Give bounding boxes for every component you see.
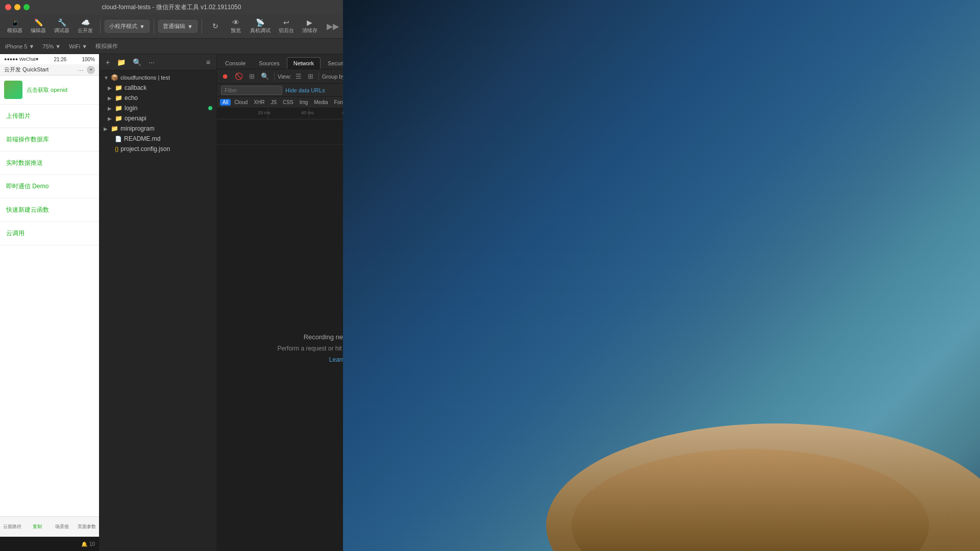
continue-button[interactable]: ▶ 清续存 [299,17,321,36]
phone-time: 21:26 [54,57,66,62]
type-filter-all[interactable]: All [220,99,231,106]
menu-item-upload[interactable]: 上传图片 [0,105,99,128]
menu-item-cloudfunc[interactable]: 快速新建云函数 [0,198,99,222]
simulator-button[interactable]: 📱 模拟器 [4,17,26,36]
filter-bar: Hide data URLs [217,84,343,97]
devtools-window: cloud-formal-tests - 微信开发者工具 v1.02.19110… [0,0,343,551]
add-file-button[interactable]: + [104,57,112,67]
type-filter-xhr[interactable]: XHR [251,99,267,106]
view-list-button[interactable]: ☰ [293,71,304,81]
timeline-marker-40: 40 ms [301,110,314,115]
traffic-lights [5,4,30,10]
tab-sources[interactable]: Sources [253,58,285,69]
menu-item-cloudcall[interactable]: 云调用 [0,222,99,245]
login-status-dot [208,106,212,110]
type-filter-media[interactable]: Media [311,99,330,106]
learn-more-link[interactable]: Learn more [329,356,343,363]
filter-input[interactable] [221,86,282,95]
filter-icon[interactable]: ⊞ [247,71,257,81]
cut-button[interactable]: ↩ 切后台 [276,17,297,36]
phone-battery: 100% [82,57,95,62]
cloud-button[interactable]: ☁️ 云开发 [75,17,96,36]
devtools-panel: Console Sources Network Security AppData… [217,54,343,551]
simulate-ops-button[interactable]: 模拟操作 [93,41,120,51]
file-item-readme[interactable]: ▶ 📄 README.md [100,134,216,144]
editor-button[interactable]: ✏️ 编辑器 [28,17,49,36]
more-file-options[interactable]: ··· [146,57,157,67]
device-selector[interactable]: iPhone 5 ▼ [3,42,36,51]
file-panel-toolbar: + 📁 🔍 ··· ≡ [100,54,216,70]
menu-item-realtime[interactable]: 实时数据推送 [0,152,99,175]
close-button[interactable] [5,4,11,10]
type-filter-cloud[interactable]: Cloud [232,99,250,106]
toolbar-more-button[interactable]: ▶▶ [327,21,339,31]
file-item-echo[interactable]: ▶ 📁 echo [100,93,216,103]
toolbar-separator-3 [202,19,202,34]
preview-button[interactable]: 👁 预览 [227,17,245,36]
type-filter-css[interactable]: CSS [280,99,296,106]
net-separator-2 [318,72,319,81]
perform-message: Perform a request or hit ⌘ R to record t… [277,345,343,352]
hide-data-urls-button[interactable]: Hide data URLs [285,87,325,93]
debugger-button[interactable]: 🔧 调试器 [51,17,72,36]
timeline-empty-row [217,119,343,145]
phone-bottom-bar: 🔔 10 [0,537,99,551]
avatar [4,81,22,99]
group-by-frame-label[interactable]: Group by frame [322,73,343,80]
edit-mode-dropdown[interactable]: 普通编辑 ▼ [158,20,198,33]
tab-scene[interactable]: 场景值 [50,523,75,530]
phone-nav-dots[interactable]: ··· [78,66,84,74]
type-filter-font[interactable]: Font [332,99,343,106]
phone-bottom-tabs: 云面路径 复制 场景值 页面参数 [0,516,99,537]
menu-item-db[interactable]: 前端操作数据库 [0,128,99,152]
tab-copy[interactable]: 复制 [25,523,50,530]
file-item-login[interactable]: ▶ 📁 login [100,103,216,113]
record-button[interactable]: ⏺ [220,71,231,81]
minimize-button[interactable] [14,4,20,10]
zoom-selector[interactable]: 75% ▼ [40,42,63,51]
real-test-button[interactable]: 📡 真机调试 [247,17,274,36]
phone-nav-title: 云开发 QuickStart [4,66,48,73]
miniprogram-mode-dropdown[interactable]: 小程序模式 ▼ [105,20,150,33]
file-echo-label: echo [125,94,138,102]
tab-params[interactable]: 页面参数 [75,523,100,530]
type-filter-js[interactable]: JS [268,99,279,106]
type-filter-img[interactable]: Img [297,99,311,106]
file-item-config[interactable]: ▶ {} project.config.json [100,144,216,154]
phone-simulator: ●●●●● WeChat♥ 21:26 100% 云开发 QuickStart … [0,54,100,551]
file-config-label: project.config.json [120,145,170,153]
tab-path[interactable]: 云面路径 [0,523,25,530]
tab-console[interactable]: Console [219,58,252,69]
refresh-button[interactable]: ↻ [206,20,225,32]
file-panel: + 📁 🔍 ··· ≡ ▼ 📦 cloudfunctions | test ▶ … [100,54,217,551]
phone-status-bar: ●●●●● WeChat♥ 21:26 100% [0,54,99,64]
network-toolbar: ⏺ 🚫 ⊞ 🔍 View: ☰ ⊞ Group by frame Preserv… [217,69,343,84]
network-timeline: 20 ms 40 ms 60 ms 80 ms 100 ms [217,108,343,119]
add-folder-button[interactable]: 📁 [115,57,128,67]
search-file-button[interactable]: 🔍 [131,57,143,67]
file-item-miniprogram[interactable]: ▶ 📁 miniprogram [100,123,216,134]
user-row: 点击获取 openid [0,76,99,105]
wifi-selector[interactable]: WiFi ▼ [67,42,89,51]
phone-signal: ●●●●● WeChat♥ [4,57,38,62]
file-openapi-label: openapi [125,115,146,122]
phone-nav-bar: 云开发 QuickStart ··· + [0,64,99,76]
file-tree-root[interactable]: ▼ 📦 cloudfunctions | test [100,72,216,83]
tab-network[interactable]: Network [287,57,321,69]
main-toolbar: 📱 模拟器 ✏️ 编辑器 🔧 调试器 ☁️ 云开发 小程序模式 ▼ 普通编辑 ▼… [0,14,343,39]
toolbar-separator-2 [154,19,154,34]
clear-button[interactable]: 🚫 [233,71,245,81]
maximize-button[interactable] [23,4,30,10]
user-link[interactable]: 点击获取 openid [27,86,67,94]
devtools-tab-bar: Console Sources Network Security AppData… [217,54,343,69]
network-content: Recording network activity... Perform a … [217,145,343,551]
collapse-all-button[interactable]: ≡ [204,57,212,67]
phone-close-icon[interactable]: + [87,66,95,74]
view-grid-button[interactable]: ⊞ [306,71,315,81]
titlebar: cloud-formal-tests - 微信开发者工具 v1.02.19110… [0,0,343,14]
file-item-callback[interactable]: ▶ 📁 callback [100,83,216,93]
search-button[interactable]: 🔍 [259,71,271,81]
menu-item-im[interactable]: 即时通信 Demo [0,175,99,198]
tab-security[interactable]: Security [322,58,343,69]
file-item-openapi[interactable]: ▶ 📁 openapi [100,113,216,123]
